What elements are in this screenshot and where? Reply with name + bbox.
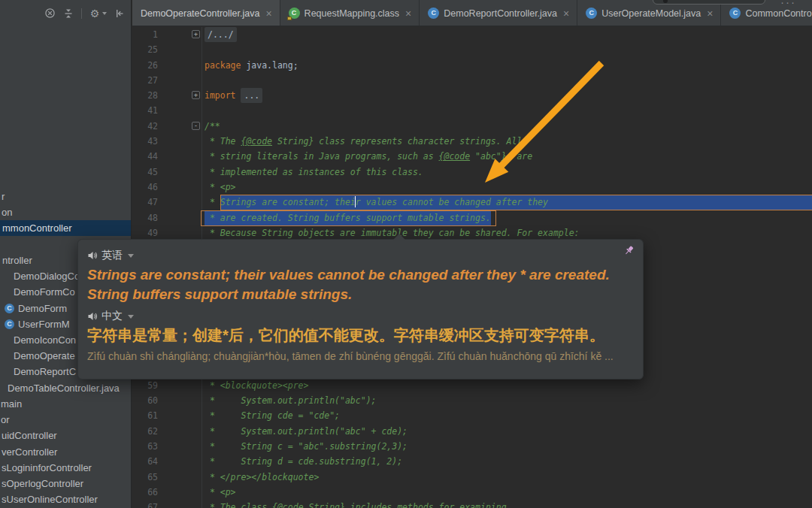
sidebar-item-verController[interactable]: verController bbox=[0, 444, 131, 460]
code-text[interactable]: * are created. String buffers support mu… bbox=[201, 210, 812, 225]
code-text[interactable]: /** bbox=[201, 119, 812, 134]
source-language-row[interactable]: 英语 bbox=[87, 249, 631, 262]
line-number[interactable]: 28 bbox=[132, 88, 158, 103]
close-icon[interactable]: × bbox=[265, 8, 271, 20]
code-text[interactable]: * string literals in Java programs, such… bbox=[201, 149, 812, 164]
collapse-all-icon[interactable] bbox=[62, 8, 74, 20]
line-number[interactable]: 46 bbox=[132, 180, 158, 195]
pin-icon[interactable] bbox=[623, 245, 635, 256]
code-line-66[interactable]: 66 * <p> bbox=[132, 485, 812, 500]
line-number[interactable]: 61 bbox=[132, 408, 158, 423]
sidebar-item-sUserOnlineController[interactable]: sUserOnlineController bbox=[0, 491, 131, 507]
sidebar-item-r[interactable]: r bbox=[0, 189, 131, 204]
code-text[interactable]: * <blockquote><pre> bbox=[201, 378, 812, 393]
code-text[interactable] bbox=[201, 103, 812, 118]
locate-icon[interactable] bbox=[44, 8, 56, 20]
code-line-28[interactable]: 28+import ... bbox=[132, 88, 812, 103]
code-text[interactable]: * String d = cde.substring(1, 2); bbox=[201, 454, 812, 469]
line-number[interactable]: 67 bbox=[132, 500, 158, 508]
sidebar-item-mmonController[interactable]: mmonController bbox=[0, 220, 131, 236]
overflow-dots[interactable]: ··· bbox=[780, 0, 796, 8]
settings-gear-icon[interactable]: ⚙ bbox=[89, 8, 107, 20]
sidebar-item-main[interactable]: main bbox=[0, 396, 131, 412]
line-number[interactable]: 65 bbox=[132, 470, 158, 485]
line-number[interactable]: 64 bbox=[132, 454, 158, 469]
code-line-43[interactable]: 43 * The {@code String} class represents… bbox=[132, 134, 812, 149]
sidebar-item-label: verController bbox=[2, 444, 57, 460]
code-text[interactable]: import ... bbox=[201, 88, 812, 103]
code-line-46[interactable]: 46 * <p> bbox=[132, 180, 812, 195]
target-language-row[interactable]: 中文 bbox=[87, 310, 631, 322]
close-icon[interactable]: × bbox=[563, 8, 569, 20]
sidebar-item-uidController[interactable]: uidController bbox=[0, 428, 131, 443]
code-line-63[interactable]: 63 * String c = "abc".substring(2,3); bbox=[132, 439, 812, 454]
code-text[interactable]: * The class {@code String} includes meth… bbox=[201, 500, 812, 508]
code-line-27[interactable]: 27 bbox=[132, 73, 812, 88]
line-number[interactable]: 63 bbox=[132, 439, 158, 454]
code-line-44[interactable]: 44 * string literals in Java programs, s… bbox=[132, 149, 812, 164]
close-icon[interactable]: × bbox=[405, 8, 411, 20]
line-number[interactable]: 66 bbox=[132, 485, 158, 500]
fold-marker-icon[interactable]: + bbox=[192, 30, 200, 38]
line-number[interactable]: 26 bbox=[132, 58, 158, 73]
code-text[interactable]: * implemented as instances of this class… bbox=[201, 165, 812, 180]
line-number[interactable]: 47 bbox=[132, 195, 158, 210]
code-line-47[interactable]: 47 * Strings are constant; their values … bbox=[132, 195, 812, 210]
code-text[interactable]: * <p> bbox=[201, 485, 812, 500]
sidebar-item-sOperlogController[interactable]: sOperlogController bbox=[0, 476, 131, 491]
code-line-60[interactable]: 60 * System.out.println("abc"); bbox=[132, 393, 812, 408]
code-line-61[interactable]: 61 * String cde = "cde"; bbox=[132, 408, 812, 423]
line-number[interactable]: 59 bbox=[132, 378, 158, 393]
code-text[interactable]: * The {@code String} class represents ch… bbox=[201, 134, 812, 149]
code-line-45[interactable]: 45 * implemented as instances of this cl… bbox=[132, 165, 812, 180]
code-text[interactable] bbox=[201, 73, 812, 88]
hide-panel-icon[interactable] bbox=[114, 8, 126, 20]
line-number[interactable]: 25 bbox=[132, 42, 158, 57]
line-number[interactable]: 42 bbox=[132, 119, 158, 134]
code-line-65[interactable]: 65 * </pre></blockquote> bbox=[132, 470, 812, 485]
tab-RequestMapping.class[interactable]: CRequestMapping.class× bbox=[280, 0, 420, 26]
code-line-48[interactable]: 48 * are created. String buffers support… bbox=[132, 210, 812, 225]
source-language-label[interactable]: 英语 bbox=[102, 249, 123, 262]
code-text[interactable]: * Strings are constant; their values can… bbox=[201, 195, 812, 210]
fold-marker-icon[interactable]: - bbox=[192, 122, 200, 130]
code-text[interactable]: * String c = "abc".substring(2,3); bbox=[201, 439, 812, 454]
code-line-25[interactable]: 25 bbox=[132, 42, 812, 57]
line-number[interactable]: 27 bbox=[132, 73, 158, 88]
code-text[interactable]: * System.out.println("abc" + cde); bbox=[201, 424, 812, 439]
line-number[interactable]: 44 bbox=[132, 149, 158, 164]
code-line-42[interactable]: 42-/** bbox=[132, 119, 812, 134]
speaker-icon[interactable] bbox=[87, 250, 98, 261]
close-icon[interactable]: × bbox=[707, 8, 713, 20]
sidebar-item-sLogininforController[interactable]: sLogininforController bbox=[0, 460, 131, 476]
code-line-62[interactable]: 62 * System.out.println("abc" + cde); bbox=[132, 424, 812, 439]
code-text[interactable]: /.../ bbox=[201, 27, 812, 42]
line-number[interactable]: 45 bbox=[132, 165, 158, 180]
code-line-41[interactable]: 41 bbox=[132, 103, 812, 118]
line-number[interactable]: 62 bbox=[132, 424, 158, 439]
code-line-1[interactable]: 1+/.../ bbox=[132, 27, 812, 42]
sidebar-item-on[interactable]: on bbox=[0, 204, 131, 220]
target-language-label[interactable]: 中文 bbox=[102, 310, 123, 323]
code-line-26[interactable]: 26package java.lang; bbox=[132, 58, 812, 73]
code-text[interactable]: * String cde = "cde"; bbox=[201, 408, 812, 423]
code-text[interactable]: * <p> bbox=[201, 180, 812, 195]
code-line-59[interactable]: 59 * <blockquote><pre> bbox=[132, 378, 812, 393]
line-number[interactable]: 43 bbox=[132, 134, 158, 149]
sidebar-item-or[interactable]: or bbox=[0, 412, 131, 428]
code-text[interactable]: * </pre></blockquote> bbox=[201, 470, 812, 485]
code-text[interactable]: * System.out.println("abc"); bbox=[201, 393, 812, 408]
code-text[interactable]: package java.lang; bbox=[201, 58, 812, 73]
line-number[interactable]: 41 bbox=[132, 103, 158, 118]
tab-DemoOperateController.java[interactable]: DemoOperateController.java× bbox=[132, 0, 280, 26]
code-line-67[interactable]: 67 * The class {@code String} includes m… bbox=[132, 500, 812, 508]
speaker-icon[interactable] bbox=[87, 311, 98, 322]
sidebar-item-DemoTableController.java[interactable]: DemoTableController.java bbox=[0, 380, 131, 396]
tab-DemoReportController.java[interactable]: CDemoReportController.java× bbox=[420, 0, 577, 26]
line-number[interactable]: 48 bbox=[132, 210, 158, 225]
code-line-64[interactable]: 64 * String d = cde.substring(1, 2); bbox=[132, 454, 812, 469]
line-number[interactable]: 1 bbox=[132, 27, 158, 42]
code-text[interactable] bbox=[201, 42, 812, 57]
fold-marker-icon[interactable]: + bbox=[192, 91, 200, 99]
line-number[interactable]: 60 bbox=[132, 393, 158, 408]
